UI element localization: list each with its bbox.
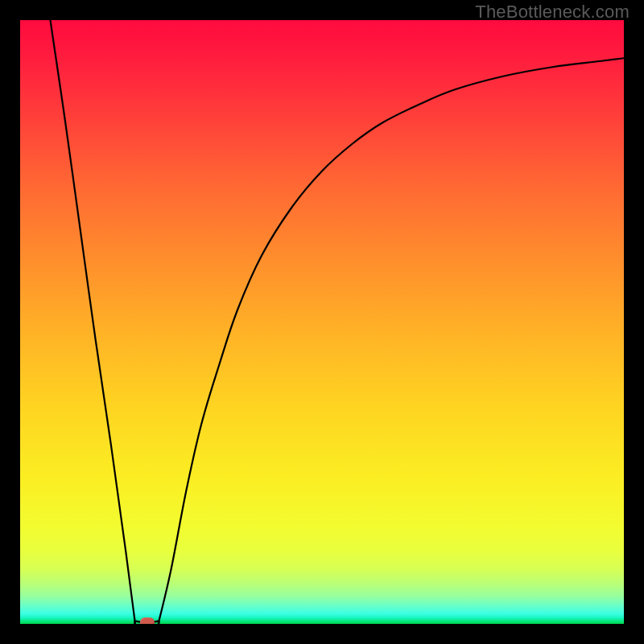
bottleneck-curve xyxy=(20,20,624,624)
chart-frame: TheBottleneck.com xyxy=(0,0,644,644)
watermark-text: TheBottleneck.com xyxy=(475,2,630,23)
curve-path xyxy=(51,20,625,624)
plot-area xyxy=(20,20,624,624)
optimal-point-marker xyxy=(140,617,155,624)
